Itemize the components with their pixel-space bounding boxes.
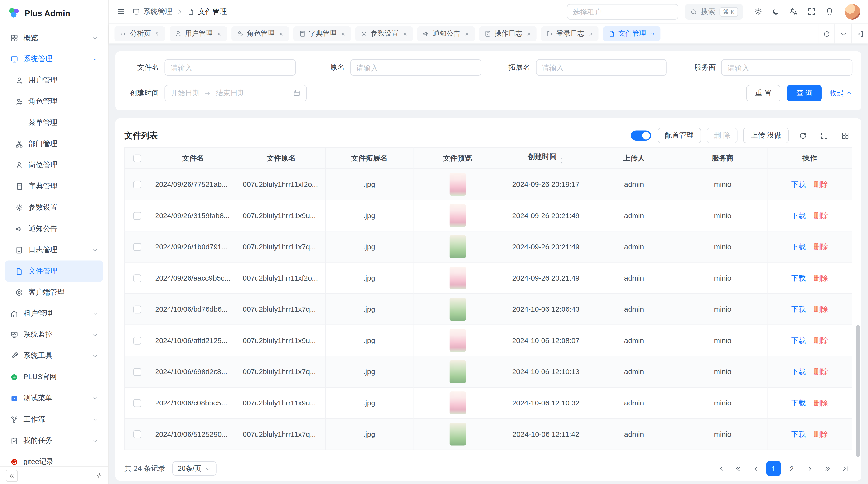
sidebar-item[interactable]: 文件管理 <box>5 260 103 282</box>
file-preview-image[interactable] <box>450 298 466 321</box>
sidebar-item[interactable]: 菜单管理 <box>5 112 103 133</box>
tab[interactable]: 分析页 <box>114 26 165 41</box>
sidebar-item[interactable]: 租户管理 <box>5 303 103 324</box>
page-size-select[interactable]: 20条/页 <box>172 461 217 476</box>
file-preview-image[interactable] <box>450 266 466 289</box>
row-checkbox[interactable] <box>133 431 141 439</box>
tab[interactable]: 通知公告 <box>417 26 474 41</box>
download-link[interactable]: 下载 <box>791 211 806 220</box>
avatar[interactable] <box>845 4 860 20</box>
delete-link[interactable]: 删除 <box>813 273 828 282</box>
close-icon[interactable] <box>588 31 593 36</box>
column-created-time[interactable]: 创建时间 <box>502 148 590 169</box>
close-icon[interactable] <box>650 31 655 36</box>
close-icon[interactable] <box>526 31 531 36</box>
file-preview-image[interactable] <box>450 329 466 352</box>
sidebar-item[interactable]: 参数设置 <box>5 197 103 218</box>
sort-control[interactable] <box>559 157 564 164</box>
topbar-icon-button[interactable] <box>803 3 820 20</box>
download-link[interactable]: 下载 <box>791 367 806 376</box>
tab[interactable]: 用户管理 <box>169 26 227 41</box>
sidebar-item[interactable]: gitee记录 <box>5 451 103 466</box>
column-settings-button[interactable] <box>838 128 852 143</box>
sidebar-item[interactable]: 用户管理 <box>5 70 103 91</box>
refresh-button[interactable] <box>796 128 810 143</box>
sidebar-item[interactable]: 通知公告 <box>5 218 103 239</box>
download-link[interactable]: 下载 <box>791 180 806 188</box>
row-checkbox[interactable] <box>133 306 141 314</box>
sidebar-item[interactable]: 角色管理 <box>5 91 103 112</box>
tenant-select[interactable] <box>567 4 678 20</box>
delete-link[interactable]: 删除 <box>813 398 828 407</box>
delete-link[interactable]: 删除 <box>813 430 828 438</box>
page-button-2[interactable]: 2 <box>784 461 799 476</box>
config-button[interactable]: 配置管理 <box>657 128 701 143</box>
sidebar-item[interactable]: 工作流 <box>5 409 103 430</box>
sidebar-item[interactable]: 系统管理 <box>5 49 103 70</box>
file-preview-image[interactable] <box>450 173 466 196</box>
tab[interactable]: 参数设置 <box>355 26 412 41</box>
close-icon[interactable] <box>340 31 345 36</box>
topbar-icon-button[interactable] <box>785 3 802 20</box>
file-preview-image[interactable] <box>450 360 466 383</box>
fullscreen-button[interactable] <box>817 128 831 143</box>
stripe-toggle[interactable] <box>631 130 651 140</box>
reset-button[interactable]: 重 置 <box>746 85 781 101</box>
tab[interactable]: 角色管理 <box>231 26 289 41</box>
upload-button[interactable]: 上传 没做 <box>743 128 789 143</box>
tabs-exit-button[interactable] <box>851 24 868 44</box>
row-checkbox[interactable] <box>133 337 141 345</box>
tabs-refresh-button[interactable] <box>818 24 835 44</box>
download-link[interactable]: 下载 <box>791 430 806 438</box>
close-icon[interactable] <box>216 31 222 36</box>
tab[interactable]: 操作日志 <box>479 26 536 41</box>
query-button[interactable]: 查 询 <box>787 85 822 101</box>
page-button-1[interactable]: 1 <box>767 461 781 476</box>
tab[interactable]: 登录日志 <box>541 26 598 41</box>
next-group-button[interactable] <box>820 461 835 476</box>
delete-link[interactable]: 删除 <box>813 367 828 376</box>
file-preview-image[interactable] <box>450 391 466 414</box>
sidebar-item[interactable]: 部门管理 <box>5 133 103 155</box>
filter-input[interactable] <box>350 59 481 76</box>
delete-link[interactable]: 删除 <box>813 180 828 188</box>
sidebar-item[interactable]: 测试菜单 <box>5 388 103 409</box>
sidebar-collapse-button[interactable] <box>5 469 18 482</box>
date-range-picker[interactable]: 开始日期 结束日期 <box>165 85 307 101</box>
delete-button[interactable]: 删 除 <box>707 128 738 143</box>
topbar-icon-button[interactable] <box>750 3 767 20</box>
sidebar-item[interactable]: 岗位管理 <box>5 155 103 176</box>
global-search[interactable]: 搜索 ⌘ K <box>685 4 743 20</box>
sidebar-item[interactable]: 系统监控 <box>5 324 103 345</box>
filter-input[interactable] <box>165 59 296 76</box>
topbar-icon-button[interactable] <box>768 3 784 20</box>
sidebar-item[interactable]: 概览 <box>5 27 103 49</box>
sidebar-item[interactable]: 我的任务 <box>5 430 103 451</box>
sidebar-item[interactable]: 系统工具 <box>5 345 103 366</box>
close-icon[interactable] <box>278 31 283 36</box>
delete-link[interactable]: 删除 <box>813 336 828 345</box>
file-preview-image[interactable] <box>450 235 466 258</box>
filter-input[interactable] <box>536 59 667 76</box>
tabs-dropdown-button[interactable] <box>835 24 851 44</box>
row-checkbox[interactable] <box>133 243 141 251</box>
tab[interactable]: 字典管理 <box>293 26 350 41</box>
breadcrumb-item[interactable]: 系统管理 <box>144 7 173 17</box>
first-page-button[interactable] <box>713 461 727 476</box>
row-checkbox[interactable] <box>133 368 141 376</box>
prev-page-button[interactable] <box>749 461 763 476</box>
close-icon[interactable] <box>464 31 469 36</box>
prev-group-button[interactable] <box>731 461 745 476</box>
download-link[interactable]: 下载 <box>791 242 806 251</box>
sidebar-item[interactable]: 客户端管理 <box>5 282 103 303</box>
file-preview-image[interactable] <box>450 204 466 227</box>
table-scrollbar-thumb[interactable] <box>856 325 860 457</box>
delete-link[interactable]: 删除 <box>813 305 828 313</box>
hamburger-menu-icon[interactable] <box>117 7 126 16</box>
sidebar-item[interactable]: 日志管理 <box>5 239 103 261</box>
close-icon[interactable] <box>402 31 407 36</box>
select-all-checkbox[interactable] <box>133 155 141 162</box>
row-checkbox[interactable] <box>133 399 141 407</box>
sidebar-item[interactable]: 字典管理 <box>5 176 103 197</box>
download-link[interactable]: 下载 <box>791 305 806 313</box>
